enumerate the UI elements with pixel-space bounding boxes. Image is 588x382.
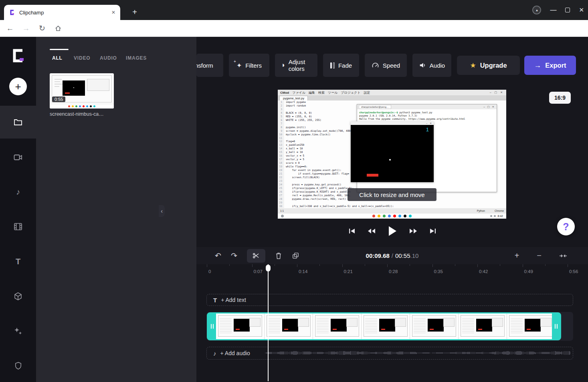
add-text-track[interactable]: T + Add text [206, 294, 573, 306]
waveform-bar [408, 352, 408, 354]
media-tab-all[interactable]: ALL [52, 55, 63, 61]
speed-button[interactable]: Speed [365, 54, 407, 77]
waveform-bar [299, 352, 299, 354]
reload-icon[interactable]: ↻ [36, 22, 48, 34]
media-tab-images[interactable]: IMAGES [126, 55, 147, 61]
minimize-icon[interactable]: — [550, 6, 556, 14]
sidebar-item-your-media[interactable] [0, 106, 36, 139]
terminal-line: pygame 2.0.1 (SDL 2.0.14, Python 3.7.3) [359, 114, 495, 117]
filmstrip-icon [13, 222, 23, 231]
waveform-bar [270, 352, 271, 354]
delete-icon[interactable] [275, 252, 282, 259]
waveform-bar [427, 352, 428, 354]
waveform-bar [376, 352, 377, 354]
waveform-bar [281, 352, 282, 354]
window-close-icon[interactable]: ✕ [579, 6, 584, 14]
export-button[interactable]: → Export [524, 56, 576, 75]
play-icon[interactable] [388, 226, 397, 236]
waveform-bar [295, 351, 295, 354]
waveform-bar [269, 352, 269, 354]
undo-icon[interactable]: ↶ [215, 251, 221, 260]
panel-collapse-chevron-icon[interactable]: ‹ [159, 205, 165, 217]
waveform-bar [453, 352, 454, 354]
timeline-ruler[interactable]: 00:070:140:210:280:350:420:490:56 [196, 264, 588, 277]
waveform-bar [552, 352, 552, 354]
status-circle-icon[interactable]: ▴ [532, 6, 541, 14]
sidebar-item-stock-video[interactable] [0, 210, 36, 243]
sidebar-item-music[interactable]: ♪ [0, 175, 36, 208]
sidebar-item-effects[interactable] [0, 315, 36, 348]
waveform-bar [422, 352, 423, 354]
help-button[interactable]: ? [557, 218, 575, 235]
add-media-button[interactable]: + [9, 78, 27, 95]
tab-close-icon[interactable]: ✕ [111, 10, 115, 15]
filters-button[interactable]: +✦ Filters [229, 54, 269, 77]
waveform-bar [550, 352, 551, 354]
audio-button[interactable]: Audio [412, 54, 451, 77]
ruler-tick [207, 264, 207, 267]
clip-trim-handle-right[interactable] [552, 314, 560, 339]
menu-item: 検索 [318, 90, 325, 95]
zoom-out-icon[interactable]: − [537, 251, 542, 260]
ruler-tick [500, 264, 500, 266]
duplicate-icon[interactable] [292, 252, 299, 259]
fast-forward-icon[interactable] [409, 228, 417, 234]
preview-shelf: 8:42 [278, 213, 506, 219]
sidebar-item-brand-kit[interactable] [0, 349, 36, 382]
waveform-bar [374, 352, 375, 354]
browser-tab[interactable]: Clipchamp ✕ [4, 5, 120, 20]
new-tab-button[interactable]: + [129, 6, 140, 18]
waveform-bar [450, 352, 451, 354]
preview-app-title: CMod [280, 91, 289, 94]
waveform-bar [297, 352, 298, 355]
zoom-fit-icon[interactable] [559, 253, 567, 259]
waveform-bar [494, 352, 495, 354]
media-tabs: ALL VIDEO AUDIO IMAGES [36, 49, 196, 65]
waveform-bar [282, 352, 283, 354]
playhead[interactable] [268, 264, 269, 381]
window-controls: ▴ — ✕ [532, 0, 584, 20]
back-icon[interactable]: ← [4, 22, 16, 34]
aspect-ratio-badge[interactable]: 16:9 [549, 92, 571, 104]
adjust-colors-button[interactable]: ◑ Adjust colors [275, 54, 317, 77]
skip-end-icon[interactable] [429, 227, 436, 235]
terminal-window-controls: – ▢ ✕ [483, 105, 495, 109]
waveform-bar [389, 352, 390, 354]
sidebar-item-text[interactable]: T [0, 245, 36, 278]
upgrade-button[interactable]: ★ Upgrade [457, 56, 520, 75]
waveform-bar [468, 352, 469, 354]
skip-start-icon[interactable] [348, 227, 356, 235]
video-clip[interactable] [207, 312, 561, 340]
waveform-bar [380, 352, 381, 354]
filters-icon: +✦ [236, 62, 242, 69]
waveform-bar [566, 351, 567, 355]
waveform-bar [273, 352, 273, 354]
waveform-bar [511, 352, 511, 354]
home-icon[interactable] [52, 22, 64, 34]
media-item-thumbnail[interactable]: 0:55 [50, 73, 114, 109]
add-audio-track[interactable]: ♪ + Add audio [206, 347, 573, 360]
rewind-icon[interactable] [368, 228, 376, 234]
playhead-handle[interactable] [266, 265, 271, 271]
fade-button[interactable]: Fade [323, 54, 359, 77]
ruler-tick [523, 264, 523, 267]
clip-frame [216, 314, 265, 339]
forward-icon[interactable]: → [20, 22, 32, 34]
clip-trim-handle-left[interactable] [208, 314, 216, 339]
preview-file-tab: pygame_test.py [279, 96, 308, 101]
waveform-bar [401, 352, 402, 354]
sidebar-item-transitions[interactable] [0, 280, 36, 313]
media-tab-audio[interactable]: AUDIO [100, 55, 117, 61]
redo-icon[interactable]: ↷ [231, 251, 237, 260]
waveform-bar [505, 352, 506, 355]
clip-filmstrip [216, 314, 552, 339]
zoom-in-icon[interactable]: + [515, 251, 519, 260]
sidebar-item-record[interactable] [0, 141, 36, 174]
split-button[interactable] [247, 249, 265, 263]
maximize-icon[interactable] [565, 8, 570, 12]
media-tab-video[interactable]: VIDEO [74, 55, 90, 61]
transform-button[interactable]: Transform [196, 54, 223, 77]
waveform-bar [545, 352, 546, 354]
video-camera-icon [13, 153, 23, 162]
speaker-icon [419, 62, 426, 69]
